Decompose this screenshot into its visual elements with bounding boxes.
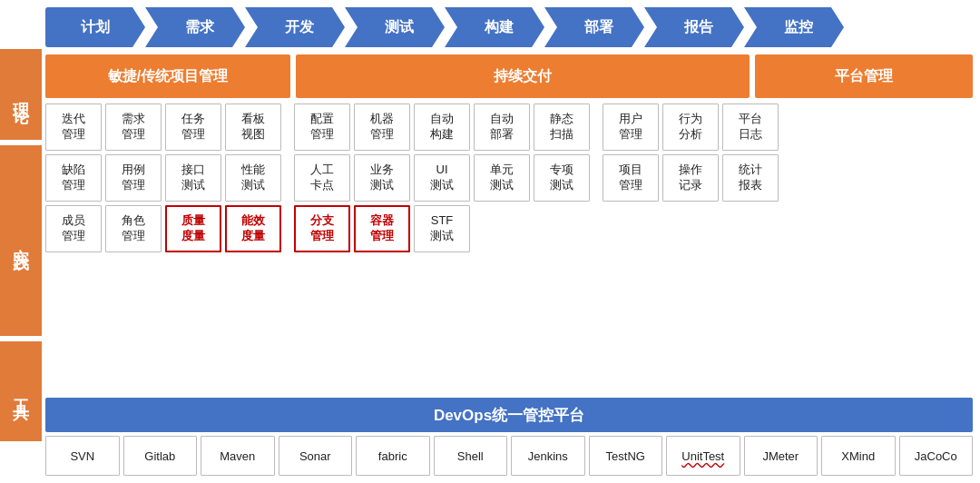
cell-quality-measure: 质量度量 — [165, 205, 221, 252]
arrow-report: 报告 — [644, 7, 744, 47]
tool-sonar: Sonar — [279, 436, 353, 476]
tool-xmind: XMind — [821, 436, 896, 476]
tool-jenkins: Jenkins — [511, 436, 585, 476]
theory-agile: 敏捷/传统项目管理 — [45, 54, 290, 98]
sidebar-tools-label: 工具 — [10, 386, 32, 397]
theory-cd: 持续交付 — [296, 54, 750, 98]
main-content: 计划 需求 开发 测试 构建 部署 报告 监控 敏捷/传统项目管理 持续交付 — [42, 0, 980, 483]
cell-config-mgmt: 配置管理 — [294, 104, 350, 151]
arrow-dev: 开发 — [245, 7, 345, 47]
cell-user-mgmt: 用户管理 — [603, 104, 659, 151]
practice-left-row1: 迭代管理 需求管理 任务管理 看板视图 — [45, 104, 281, 151]
cell-interface-test: 接口测试 — [165, 154, 221, 202]
practice-right-row1: 用户管理 行为分析 平台日志 — [603, 104, 779, 151]
tool-jmeter: JMeter — [744, 436, 818, 476]
cell-stat-report: 统计报表 — [722, 154, 779, 202]
cell-manual-checkpoint: 人工卡点 — [294, 154, 350, 202]
arrow-test: 测试 — [345, 7, 445, 47]
left-sidebar: 理论 实践 工具 — [0, 0, 42, 483]
tool-unittest: UnitTest — [666, 436, 740, 476]
cell-container-mgmt: 容器管理 — [354, 205, 410, 252]
cell-kanban: 看板视图 — [225, 104, 281, 151]
practice-middle: 配置管理 机器管理 自动构建 自动部署 静态扫描 人工卡点 业务测试 UI测试 … — [294, 104, 590, 392]
cell-role-mgmt: 角色管理 — [105, 205, 162, 252]
cell-member-mgmt: 成员管理 — [45, 205, 102, 252]
cell-project-mgmt: 项目管理 — [603, 154, 659, 202]
cell-unit-test: 单元测试 — [474, 154, 530, 202]
cell-efficiency-measure: 能效度量 — [225, 205, 281, 252]
cell-biz-test: 业务测试 — [354, 154, 410, 202]
tool-svn: SVN — [45, 436, 120, 476]
cell-branch-mgmt: 分支管理 — [294, 205, 350, 252]
practice-left-row3: 成员管理 角色管理 质量度量 能效度量 — [45, 205, 281, 252]
arrow-build: 构建 — [445, 7, 544, 47]
devops-bar: DevOps统一管控平台 — [45, 398, 973, 432]
tool-testng: TestNG — [589, 436, 663, 476]
arrow-req: 需求 — [145, 7, 245, 47]
cell-operation-log: 操作记录 — [662, 154, 719, 202]
sidebar-practice: 实践 — [0, 145, 42, 336]
tools-section: DevOps统一管控平台 SVN Gitlab Maven Sonar fabr… — [45, 398, 973, 476]
cell-platform-log: 平台日志 — [722, 104, 779, 151]
tools-row: SVN Gitlab Maven Sonar fabric Shell Jenk… — [45, 436, 973, 476]
cell-auto-build: 自动构建 — [414, 104, 470, 151]
sidebar-tools: 工具 — [0, 341, 42, 441]
cell-bug-mgmt: 缺陷管理 — [45, 154, 102, 202]
cell-stf-test: STF测试 — [414, 205, 470, 252]
theory-platform: 平台管理 — [755, 54, 973, 98]
practice-right: 用户管理 行为分析 平台日志 项目管理 操作记录 统计报表 — [603, 104, 779, 392]
practice-left: 迭代管理 需求管理 任务管理 看板视图 缺陷管理 用例管理 接口测试 性能测试 … — [45, 104, 281, 392]
practice-section: 迭代管理 需求管理 任务管理 看板视图 缺陷管理 用例管理 接口测试 性能测试 … — [45, 104, 973, 392]
theory-row: 敏捷/传统项目管理 持续交付 平台管理 — [45, 54, 973, 98]
practice-mid-row2: 人工卡点 业务测试 UI测试 单元测试 专项测试 — [294, 154, 590, 202]
cell-iter-mgmt: 迭代管理 — [45, 104, 102, 151]
arrow-plan: 计划 — [45, 7, 145, 47]
arrow-bar: 计划 需求 开发 测试 构建 部署 报告 监控 — [45, 7, 973, 47]
practice-right-row2: 项目管理 操作记录 统计报表 — [603, 154, 779, 202]
cell-behavior-analysis: 行为分析 — [662, 104, 719, 151]
practice-mid-row3: 分支管理 容器管理 STF测试 — [294, 205, 590, 252]
cell-ui-test: UI测试 — [414, 154, 470, 202]
tool-gitlab: Gitlab — [123, 436, 198, 476]
practice-left-row2: 缺陷管理 用例管理 接口测试 性能测试 — [45, 154, 281, 202]
arrow-deploy: 部署 — [544, 7, 644, 47]
cell-auto-deploy: 自动部署 — [474, 104, 530, 151]
cell-machine-mgmt: 机器管理 — [354, 104, 410, 151]
cell-task-mgmt: 任务管理 — [165, 104, 221, 151]
practice-mid-row1: 配置管理 机器管理 自动构建 自动部署 静态扫描 — [294, 104, 590, 151]
sidebar-theory-label: 理论 — [10, 89, 32, 100]
practice-right-row3 — [603, 205, 779, 252]
cell-perf-test: 性能测试 — [225, 154, 281, 202]
cell-req-mgmt: 需求管理 — [105, 104, 162, 151]
cell-case-mgmt: 用例管理 — [105, 154, 162, 202]
cell-static-scan: 静态扫描 — [534, 104, 590, 151]
sidebar-practice-label: 实践 — [10, 235, 32, 246]
tool-shell: Shell — [434, 436, 508, 476]
tool-maven: Maven — [201, 436, 275, 476]
tool-fabric: fabric — [356, 436, 430, 476]
cell-special-test: 专项测试 — [534, 154, 590, 202]
sidebar-theory: 理论 — [0, 49, 42, 140]
arrow-monitor: 监控 — [744, 7, 844, 47]
tool-jacoco: JaCoCo — [899, 436, 974, 476]
